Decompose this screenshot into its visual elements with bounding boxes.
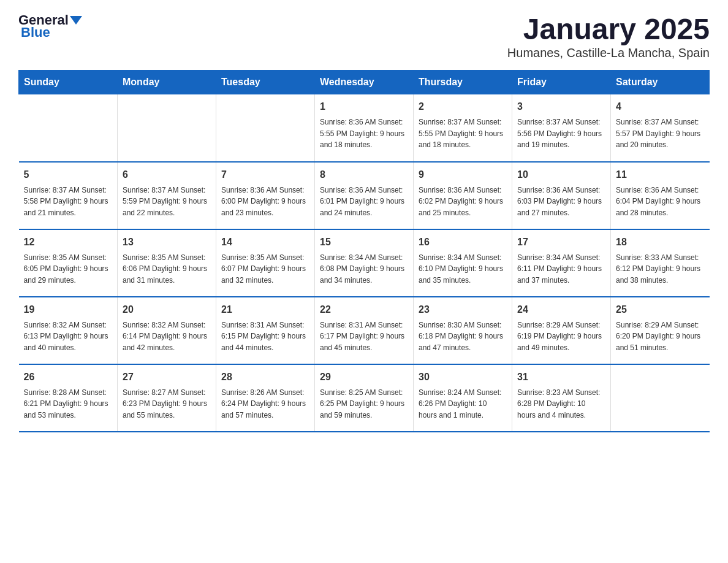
day-info: Sunrise: 8:23 AM Sunset: 6:28 PM Dayligh… [517, 387, 605, 421]
day-info: Sunrise: 8:37 AM Sunset: 5:56 PM Dayligh… [517, 117, 605, 151]
day-info: Sunrise: 8:36 AM Sunset: 6:02 PM Dayligh… [419, 185, 507, 219]
header-monday: Monday [118, 71, 216, 94]
calendar-cell-w4-d5: 24Sunrise: 8:29 AM Sunset: 6:19 PM Dayli… [512, 297, 611, 364]
day-number: 26 [24, 370, 113, 385]
day-number: 27 [123, 370, 211, 385]
header-friday: Friday [512, 71, 611, 94]
day-number: 28 [221, 370, 309, 385]
day-info: Sunrise: 8:29 AM Sunset: 6:19 PM Dayligh… [517, 320, 605, 354]
day-number: 9 [419, 167, 507, 182]
day-number: 17 [517, 235, 605, 250]
day-info: Sunrise: 8:35 AM Sunset: 6:07 PM Dayligh… [221, 252, 309, 286]
header-tuesday: Tuesday [216, 71, 315, 94]
page-header: General Blue January 2025 Humanes, Casti… [18, 12, 710, 60]
calendar-cell-w1-d3: 1Sunrise: 8:36 AM Sunset: 5:55 PM Daylig… [315, 94, 414, 162]
calendar-cell-w5-d1: 27Sunrise: 8:27 AM Sunset: 6:23 PM Dayli… [118, 364, 216, 432]
day-number: 14 [221, 235, 309, 250]
day-number: 1 [320, 99, 408, 114]
calendar-cell-w5-d5: 31Sunrise: 8:23 AM Sunset: 6:28 PM Dayli… [512, 364, 611, 432]
calendar-cell-w4-d6: 25Sunrise: 8:29 AM Sunset: 6:20 PM Dayli… [611, 297, 710, 364]
day-info: Sunrise: 8:36 AM Sunset: 6:04 PM Dayligh… [616, 185, 705, 219]
day-info: Sunrise: 8:34 AM Sunset: 6:11 PM Dayligh… [517, 252, 605, 286]
logo-arrow-icon [70, 16, 82, 25]
day-number: 31 [517, 370, 605, 385]
day-number: 12 [24, 235, 113, 250]
calendar-cell-w3-d2: 14Sunrise: 8:35 AM Sunset: 6:07 PM Dayli… [216, 229, 315, 297]
day-info: Sunrise: 8:27 AM Sunset: 6:23 PM Dayligh… [123, 387, 211, 421]
calendar-cell-w1-d4: 2Sunrise: 8:37 AM Sunset: 5:55 PM Daylig… [414, 94, 512, 162]
day-info: Sunrise: 8:37 AM Sunset: 5:59 PM Dayligh… [123, 185, 211, 219]
day-number: 3 [517, 99, 605, 114]
day-info: Sunrise: 8:29 AM Sunset: 6:20 PM Dayligh… [616, 320, 705, 354]
day-info: Sunrise: 8:34 AM Sunset: 6:08 PM Dayligh… [320, 252, 408, 286]
day-info: Sunrise: 8:37 AM Sunset: 5:55 PM Dayligh… [419, 117, 507, 151]
calendar-cell-w4-d2: 21Sunrise: 8:31 AM Sunset: 6:15 PM Dayli… [216, 297, 315, 364]
calendar-cell-w5-d6 [611, 364, 710, 432]
day-info: Sunrise: 8:26 AM Sunset: 6:24 PM Dayligh… [221, 387, 309, 421]
day-number: 20 [123, 302, 211, 317]
location-subtitle: Humanes, Castille-La Mancha, Spain [507, 46, 710, 60]
calendar-cell-w2-d0: 5Sunrise: 8:37 AM Sunset: 5:58 PM Daylig… [19, 162, 118, 229]
calendar-cell-w4-d0: 19Sunrise: 8:32 AM Sunset: 6:13 PM Dayli… [19, 297, 118, 364]
calendar-cell-w2-d6: 11Sunrise: 8:36 AM Sunset: 6:04 PM Dayli… [611, 162, 710, 229]
day-info: Sunrise: 8:35 AM Sunset: 6:06 PM Dayligh… [123, 252, 211, 286]
logo-blue-text: Blue [21, 25, 50, 40]
day-number: 8 [320, 167, 408, 182]
calendar-cell-w3-d3: 15Sunrise: 8:34 AM Sunset: 6:08 PM Dayli… [315, 229, 414, 297]
week-row-2: 5Sunrise: 8:37 AM Sunset: 5:58 PM Daylig… [19, 162, 710, 229]
calendar-cell-w4-d3: 22Sunrise: 8:31 AM Sunset: 6:17 PM Dayli… [315, 297, 414, 364]
logo: General Blue [18, 12, 83, 40]
calendar-cell-w2-d3: 8Sunrise: 8:36 AM Sunset: 6:01 PM Daylig… [315, 162, 414, 229]
title-section: January 2025 Humanes, Castille-La Mancha… [507, 12, 710, 60]
calendar-cell-w2-d2: 7Sunrise: 8:36 AM Sunset: 6:00 PM Daylig… [216, 162, 315, 229]
day-info: Sunrise: 8:32 AM Sunset: 6:14 PM Dayligh… [123, 320, 211, 354]
day-number: 13 [123, 235, 211, 250]
header-sunday: Sunday [19, 71, 118, 94]
day-info: Sunrise: 8:32 AM Sunset: 6:13 PM Dayligh… [24, 320, 113, 354]
calendar-cell-w3-d0: 12Sunrise: 8:35 AM Sunset: 6:05 PM Dayli… [19, 229, 118, 297]
day-number: 22 [320, 302, 408, 317]
day-number: 18 [616, 235, 705, 250]
calendar-header: Sunday Monday Tuesday Wednesday Thursday… [19, 71, 710, 94]
day-info: Sunrise: 8:36 AM Sunset: 5:55 PM Dayligh… [320, 117, 408, 151]
day-number: 7 [221, 167, 309, 182]
day-info: Sunrise: 8:37 AM Sunset: 5:58 PM Dayligh… [24, 185, 113, 219]
header-wednesday: Wednesday [315, 71, 414, 94]
day-info: Sunrise: 8:31 AM Sunset: 6:17 PM Dayligh… [320, 320, 408, 354]
day-number: 5 [24, 167, 113, 182]
calendar-cell-w1-d6: 4Sunrise: 8:37 AM Sunset: 5:57 PM Daylig… [611, 94, 710, 162]
day-number: 4 [616, 99, 705, 114]
calendar-cell-w5-d4: 30Sunrise: 8:24 AM Sunset: 6:26 PM Dayli… [414, 364, 512, 432]
day-info: Sunrise: 8:25 AM Sunset: 6:25 PM Dayligh… [320, 387, 408, 421]
calendar-cell-w4-d4: 23Sunrise: 8:30 AM Sunset: 6:18 PM Dayli… [414, 297, 512, 364]
day-number: 16 [419, 235, 507, 250]
day-info: Sunrise: 8:35 AM Sunset: 6:05 PM Dayligh… [24, 252, 113, 286]
calendar-cell-w5-d0: 26Sunrise: 8:28 AM Sunset: 6:21 PM Dayli… [19, 364, 118, 432]
day-number: 2 [419, 99, 507, 114]
calendar-cell-w2-d1: 6Sunrise: 8:37 AM Sunset: 5:59 PM Daylig… [118, 162, 216, 229]
day-number: 24 [517, 302, 605, 317]
day-number: 11 [616, 167, 705, 182]
header-saturday: Saturday [611, 71, 710, 94]
day-number: 21 [221, 302, 309, 317]
header-thursday: Thursday [414, 71, 512, 94]
day-info: Sunrise: 8:28 AM Sunset: 6:21 PM Dayligh… [24, 387, 113, 421]
day-number: 10 [517, 167, 605, 182]
week-row-4: 19Sunrise: 8:32 AM Sunset: 6:13 PM Dayli… [19, 297, 710, 364]
calendar-cell-w3-d6: 18Sunrise: 8:33 AM Sunset: 6:12 PM Dayli… [611, 229, 710, 297]
month-title: January 2025 [507, 12, 710, 46]
day-info: Sunrise: 8:37 AM Sunset: 5:57 PM Dayligh… [616, 117, 705, 151]
week-row-3: 12Sunrise: 8:35 AM Sunset: 6:05 PM Dayli… [19, 229, 710, 297]
day-number: 25 [616, 302, 705, 317]
day-info: Sunrise: 8:33 AM Sunset: 6:12 PM Dayligh… [616, 252, 705, 286]
calendar-cell-w1-d5: 3Sunrise: 8:37 AM Sunset: 5:56 PM Daylig… [512, 94, 611, 162]
week-row-1: 1Sunrise: 8:36 AM Sunset: 5:55 PM Daylig… [19, 94, 710, 162]
calendar-cell-w1-d2 [216, 94, 315, 162]
day-number: 30 [419, 370, 507, 385]
day-number: 29 [320, 370, 408, 385]
day-info: Sunrise: 8:31 AM Sunset: 6:15 PM Dayligh… [221, 320, 309, 354]
day-number: 23 [419, 302, 507, 317]
day-number: 19 [24, 302, 113, 317]
calendar-cell-w4-d1: 20Sunrise: 8:32 AM Sunset: 6:14 PM Dayli… [118, 297, 216, 364]
day-info: Sunrise: 8:34 AM Sunset: 6:10 PM Dayligh… [419, 252, 507, 286]
